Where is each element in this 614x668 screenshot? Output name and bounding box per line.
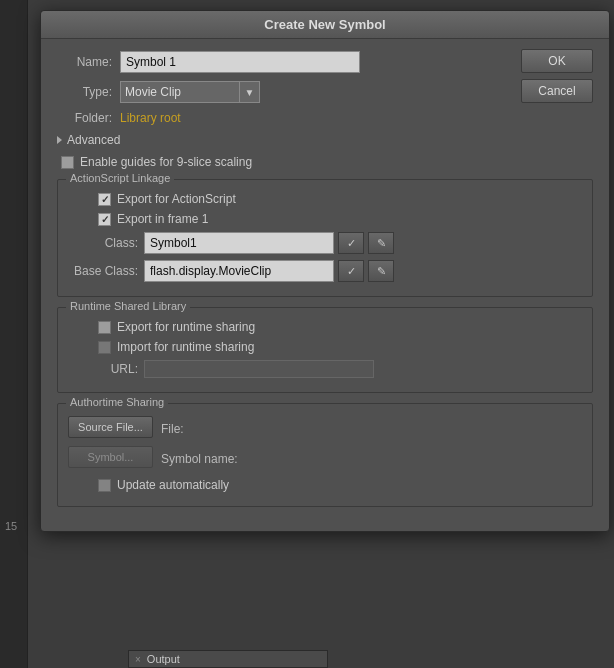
name-row: Name: [57, 51, 593, 73]
update-auto-label: Update automatically [117, 478, 229, 492]
source-file-row: Source File... File: [68, 416, 582, 442]
authortime-section-title: Authortime Sharing [66, 396, 168, 408]
dialog-title: Create New Symbol [264, 17, 385, 32]
ok-button[interactable]: OK [521, 49, 593, 73]
base-class-edit-button[interactable]: ✎ [368, 260, 394, 282]
url-row: URL: [68, 360, 582, 378]
dialog-buttons: OK Cancel [521, 49, 593, 103]
name-input[interactable] [120, 51, 360, 73]
class-check-button[interactable]: ✓ [338, 232, 364, 254]
advanced-triangle-icon [57, 136, 62, 144]
url-input[interactable] [144, 360, 374, 378]
side-panel-number: 15 [5, 520, 17, 532]
enable-guides-label: Enable guides for 9-slice scaling [80, 155, 252, 169]
output-bar: × Output [128, 650, 328, 668]
file-label: File: [161, 422, 184, 436]
base-class-input[interactable] [144, 260, 334, 282]
output-close-button[interactable]: × [135, 654, 141, 665]
class-input[interactable] [144, 232, 334, 254]
export-runtime-checkbox[interactable] [98, 321, 111, 334]
source-file-button[interactable]: Source File... [68, 416, 153, 438]
type-label: Type: [57, 85, 112, 99]
export-frame-label: Export in frame 1 [117, 212, 208, 226]
runtime-content: Export for runtime sharing Import for ru… [68, 320, 582, 378]
enable-guides-row: Enable guides for 9-slice scaling [61, 155, 593, 169]
side-panel: 15 [0, 0, 28, 668]
class-label: Class: [68, 236, 138, 250]
class-row: Class: ✓ ✎ [68, 232, 582, 254]
output-title: Output [147, 653, 180, 665]
dialog-body: Name: Type: Movie Clip Button Graphic ▼ … [41, 39, 609, 531]
class-edit-button[interactable]: ✎ [368, 232, 394, 254]
base-class-label: Base Class: [68, 264, 138, 278]
base-class-row: Base Class: ✓ ✎ [68, 260, 582, 282]
symbol-button[interactable]: Symbol... [68, 446, 153, 468]
authortime-section: Authortime Sharing Source File... File: … [57, 403, 593, 507]
folder-row: Folder: Library root [57, 111, 593, 125]
export-frame-checkbox[interactable] [98, 213, 111, 226]
symbol-name-label: Symbol name: [161, 452, 238, 466]
enable-guides-checkbox[interactable] [61, 156, 74, 169]
type-select[interactable]: Movie Clip Button Graphic [120, 81, 240, 103]
actionscript-section-title: ActionScript Linkage [66, 172, 174, 184]
url-label: URL: [68, 362, 138, 376]
folder-link[interactable]: Library root [120, 111, 181, 125]
folder-label: Folder: [57, 111, 112, 125]
actionscript-content: Export for ActionScript Export in frame … [68, 192, 582, 282]
type-dropdown-arrow[interactable]: ▼ [240, 81, 260, 103]
advanced-label: Advanced [67, 133, 120, 147]
name-label: Name: [57, 55, 112, 69]
actionscript-section: ActionScript Linkage Export for ActionSc… [57, 179, 593, 297]
export-runtime-row: Export for runtime sharing [98, 320, 582, 334]
runtime-section-title: Runtime Shared Library [66, 300, 190, 312]
update-auto-row: Update automatically [98, 478, 582, 492]
cancel-button[interactable]: Cancel [521, 79, 593, 103]
output-bar-header: × Output [129, 651, 327, 668]
import-runtime-checkbox[interactable] [98, 341, 111, 354]
authortime-content: Source File... File: Symbol... Symbol na… [68, 416, 582, 492]
export-actionscript-label: Export for ActionScript [117, 192, 236, 206]
advanced-toggle[interactable]: Advanced [57, 133, 593, 147]
export-actionscript-row: Export for ActionScript [98, 192, 582, 206]
export-frame-row: Export in frame 1 [98, 212, 582, 226]
import-runtime-label: Import for runtime sharing [117, 340, 254, 354]
type-row: Type: Movie Clip Button Graphic ▼ [57, 81, 593, 103]
base-class-check-button[interactable]: ✓ [338, 260, 364, 282]
export-actionscript-checkbox[interactable] [98, 193, 111, 206]
export-runtime-label: Export for runtime sharing [117, 320, 255, 334]
symbol-row: Symbol... Symbol name: [68, 446, 582, 472]
type-select-wrapper: Movie Clip Button Graphic ▼ [120, 81, 260, 103]
dialog-titlebar: Create New Symbol [41, 11, 609, 39]
import-runtime-row: Import for runtime sharing [98, 340, 582, 354]
create-symbol-dialog: Create New Symbol OK Cancel Name: Type: … [40, 10, 610, 532]
update-auto-checkbox[interactable] [98, 479, 111, 492]
runtime-section: Runtime Shared Library Export for runtim… [57, 307, 593, 393]
